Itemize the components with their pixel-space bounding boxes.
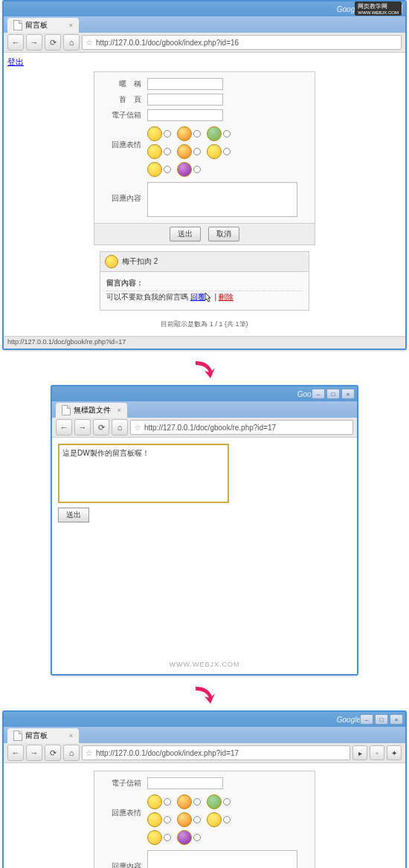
emoji-option[interactable] xyxy=(177,830,201,845)
star-icon[interactable]: ☆ xyxy=(86,38,93,48)
emoji-option[interactable] xyxy=(177,126,201,141)
label-email: 電子信箱 xyxy=(100,110,147,120)
submit-button[interactable]: 送出 xyxy=(58,508,89,522)
message-content-text: 可以不要欺負我的留言嗎 xyxy=(106,293,188,301)
url-bar[interactable]: ☆ http://127.0.0.1/doc/gbook/re.php?id=1… xyxy=(130,420,353,435)
maximize-button[interactable]: □ xyxy=(326,389,340,399)
tab-title: 留言板 xyxy=(25,20,48,30)
browser-tab[interactable]: 留言板 × xyxy=(7,18,79,33)
home-button[interactable]: ⌂ xyxy=(63,745,80,761)
tab-strip: 無標題文件 × xyxy=(52,401,357,418)
wrench-button[interactable]: ✦ xyxy=(387,745,402,760)
watermark-line1: 网页教学网 xyxy=(358,2,399,10)
url-text: http://127.0.0.1/doc/gbook/index.php?id=… xyxy=(96,39,239,47)
textarea-content[interactable] xyxy=(147,182,297,217)
input-homepage[interactable] xyxy=(147,94,223,106)
home-button[interactable]: ⌂ xyxy=(63,34,80,51)
page-content: 這是DW製作的留言板喔！ 送出 WWW.WEBJX.COM xyxy=(52,438,357,674)
radio-icon xyxy=(193,798,201,806)
button-row: 送出 取消 xyxy=(94,223,315,244)
emoji-icon xyxy=(147,144,162,159)
forward-button[interactable]: → xyxy=(26,34,42,51)
message-panel: 梅干扣肉 2 留言內容： 可以不要欺負我的留言嗎 回覆 | 刪除 xyxy=(100,251,309,311)
url-bar[interactable]: ☆ http://127.0.0.1/doc/gbook/index.php?i… xyxy=(82,745,350,760)
emoji-option[interactable] xyxy=(147,812,171,827)
home-button[interactable]: ⌂ xyxy=(112,419,128,435)
url-bar[interactable]: ☆ http://127.0.0.1/doc/gbook/index.php?i… xyxy=(82,35,402,50)
browser-tab[interactable]: 留言板 × xyxy=(7,728,79,743)
back-button[interactable]: ← xyxy=(7,745,24,761)
radio-icon xyxy=(193,130,201,137)
emoji-option[interactable] xyxy=(147,126,171,141)
watermark-text: WWW.WEBJX.COM xyxy=(56,658,353,670)
emoji-icon xyxy=(207,812,222,827)
textarea-content[interactable] xyxy=(147,850,297,868)
cursor-icon xyxy=(204,292,213,306)
logout-link[interactable]: 登出 xyxy=(7,57,24,66)
emoji-icon xyxy=(177,162,192,177)
back-button[interactable]: ← xyxy=(7,34,24,51)
delete-link[interactable]: 刪除 xyxy=(219,293,234,301)
forward-button[interactable]: → xyxy=(26,745,42,761)
message-author: 梅干扣肉 2 xyxy=(122,256,158,267)
tab-close-icon[interactable]: × xyxy=(69,732,73,739)
emoji-option[interactable] xyxy=(207,812,231,827)
emoji-option[interactable] xyxy=(207,794,231,809)
emoji-icon xyxy=(207,126,222,141)
message-section-title: 留言內容： xyxy=(106,276,303,291)
flow-arrow xyxy=(0,354,409,385)
label-nickname: 暱 稱 xyxy=(100,79,147,89)
page-content: 電子信箱 回應表情 回應內容 xyxy=(4,763,405,868)
forward-button[interactable]: → xyxy=(74,419,91,435)
radio-icon xyxy=(193,834,201,841)
emoji-option[interactable] xyxy=(177,812,201,827)
tab-close-icon[interactable]: × xyxy=(69,22,73,29)
star-icon[interactable]: ☆ xyxy=(86,748,93,758)
input-email[interactable] xyxy=(147,109,223,121)
emoji-option[interactable] xyxy=(177,144,201,159)
input-nickname[interactable] xyxy=(147,78,223,90)
radio-icon xyxy=(223,130,231,137)
page-menu-button[interactable]: ▫ xyxy=(370,745,384,760)
reload-button[interactable]: ⟳ xyxy=(93,419,109,435)
browser-tab[interactable]: 無標題文件 × xyxy=(56,403,127,418)
form-row-homepage: 首 頁 xyxy=(100,94,309,106)
titlebar: Google – □ × 网页教学网 WWW.WEBJX.COM xyxy=(4,1,405,16)
form-row-emotion: 回應表情 xyxy=(100,125,309,178)
emoji-grid xyxy=(147,125,231,178)
window-controls: – □ × xyxy=(312,389,355,399)
radio-icon xyxy=(164,130,171,137)
avatar-emoji-icon xyxy=(105,255,118,268)
pagination-info: 目前顯示是數為 1 / 1 (共 1筆) xyxy=(7,317,402,332)
emoji-option[interactable] xyxy=(147,794,171,809)
emoji-option[interactable] xyxy=(147,162,171,177)
emoji-icon xyxy=(147,162,162,177)
emoji-option[interactable] xyxy=(177,794,201,809)
titlebar: Google – □ × xyxy=(4,712,405,727)
submit-button[interactable]: 送出 xyxy=(170,227,201,242)
close-button[interactable]: × xyxy=(390,714,403,725)
emoji-option[interactable] xyxy=(147,830,171,845)
form-row-content: 回應內容 xyxy=(100,850,309,868)
reply-textarea[interactable]: 這是DW製作的留言板喔！ xyxy=(58,444,229,503)
tab-close-icon[interactable]: × xyxy=(117,407,121,414)
reply-link[interactable]: 回覆 xyxy=(190,293,205,301)
browser-window-1: Google – □ × 网页教学网 WWW.WEBJX.COM 留言板 × ←… xyxy=(2,0,407,350)
close-button[interactable]: × xyxy=(341,389,355,399)
minimize-button[interactable]: – xyxy=(360,714,373,725)
minimize-button[interactable]: – xyxy=(312,389,325,399)
back-button[interactable]: ← xyxy=(56,419,72,435)
emoji-option[interactable] xyxy=(147,144,171,159)
label-email: 電子信箱 xyxy=(100,778,147,788)
reload-button[interactable]: ⟳ xyxy=(45,34,61,51)
reload-button[interactable]: ⟳ xyxy=(45,745,61,761)
star-icon[interactable]: ☆ xyxy=(134,423,141,433)
emoji-option[interactable] xyxy=(207,126,231,141)
emoji-option[interactable] xyxy=(207,144,231,159)
input-email[interactable] xyxy=(147,777,223,789)
cancel-button[interactable]: 取消 xyxy=(208,227,239,242)
bookmark-button[interactable]: ▸ xyxy=(352,745,367,760)
toolbar: ← → ⟳ ⌂ ☆ http://127.0.0.1/doc/gbook/re.… xyxy=(52,418,357,438)
maximize-button[interactable]: □ xyxy=(375,714,388,725)
emoji-option[interactable] xyxy=(177,162,201,177)
